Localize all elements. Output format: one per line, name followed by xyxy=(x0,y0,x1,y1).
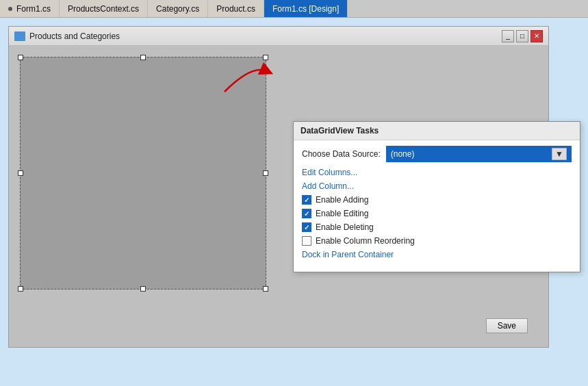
checkbox-adding-box[interactable] xyxy=(302,195,311,205)
datagridview[interactable] xyxy=(20,57,266,290)
tasks-panel: DataGridView Tasks Choose Data Source: (… xyxy=(293,121,580,272)
dock-in-parent-link[interactable]: Dock in Parent Container xyxy=(302,250,572,259)
checkbox-reordering-label: Enable Column Reordering xyxy=(316,236,415,246)
handle-bl[interactable] xyxy=(18,286,23,292)
minimize-button[interactable]: _ xyxy=(502,30,514,42)
main-area: Products and Categories _ □ ✕ xyxy=(0,18,588,386)
tab-form1cs-design[interactable]: Form1.cs [Design] xyxy=(264,0,348,17)
checkbox-reordering-box[interactable] xyxy=(302,236,311,246)
designer-window: Products and Categories _ □ ✕ xyxy=(8,26,549,348)
checkbox-editing-label: Enable Editing xyxy=(316,209,368,218)
window-icon xyxy=(14,31,25,41)
handle-tm[interactable] xyxy=(140,55,146,60)
checkbox-enable-adding[interactable]: Enable Adding xyxy=(302,195,572,205)
handle-br[interactable] xyxy=(263,286,268,292)
save-button[interactable]: Save xyxy=(486,318,528,333)
handle-ml[interactable] xyxy=(18,170,23,176)
titlebar-buttons: _ □ ✕ xyxy=(502,30,543,42)
datasource-row: Choose Data Source: (none) ▼ xyxy=(302,146,572,162)
tasks-panel-header: DataGridView Tasks xyxy=(294,122,580,140)
tab-form1cs[interactable]: Form1.cs xyxy=(0,0,60,17)
tab-category[interactable]: Category.cs xyxy=(148,0,208,17)
close-button[interactable]: ✕ xyxy=(531,30,543,42)
maximize-button[interactable]: □ xyxy=(516,30,528,42)
checkbox-deleting-label: Enable Deleting xyxy=(316,222,374,232)
handle-tl[interactable] xyxy=(18,55,23,60)
datasource-dropdown-arrow[interactable]: ▼ xyxy=(552,148,567,160)
arrow-svg xyxy=(218,57,272,99)
checkbox-enable-editing[interactable]: Enable Editing xyxy=(302,209,572,218)
designer-titlebar: Products and Categories _ □ ✕ xyxy=(9,27,548,46)
add-column-link[interactable]: Add Column... xyxy=(302,181,572,191)
datasource-label: Choose Data Source: xyxy=(302,149,381,159)
tab-bar: Form1.cs ProductsContext.cs Category.cs … xyxy=(0,0,588,18)
handle-bm[interactable] xyxy=(140,286,146,292)
datasource-value: (none) xyxy=(391,149,415,159)
datasource-select[interactable]: (none) ▼ xyxy=(386,146,572,162)
form-content: DataGridView Tasks Choose Data Source: (… xyxy=(9,46,548,347)
tasks-panel-body: Choose Data Source: (none) ▼ Edit Column… xyxy=(294,140,580,272)
checkbox-enable-reordering[interactable]: Enable Column Reordering xyxy=(302,236,572,246)
checkbox-editing-box[interactable] xyxy=(302,209,311,218)
checkbox-deleting-box[interactable] xyxy=(302,222,311,232)
tab-dot xyxy=(8,7,12,11)
handle-mr[interactable] xyxy=(263,170,268,176)
checkbox-enable-deleting[interactable]: Enable Deleting xyxy=(302,222,572,232)
save-button-area: Save xyxy=(486,318,528,333)
window-title: Products and Categories xyxy=(29,31,498,41)
checkbox-adding-label: Enable Adding xyxy=(316,195,368,205)
edit-columns-link[interactable]: Edit Columns... xyxy=(302,168,572,177)
tab-productscontext[interactable]: ProductsContext.cs xyxy=(60,0,148,17)
tab-product[interactable]: Product.cs xyxy=(208,0,264,17)
